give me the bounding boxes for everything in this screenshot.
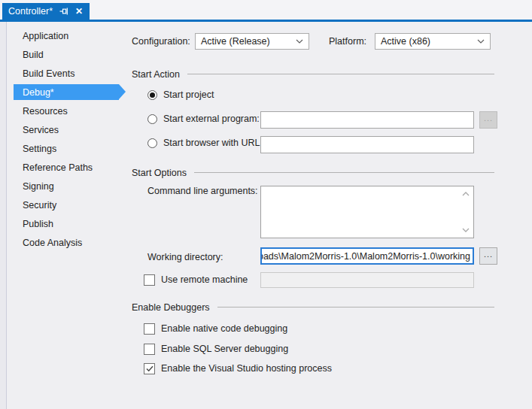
working-directory-label: Working directory: xyxy=(147,249,223,265)
chevron-down-icon xyxy=(296,39,303,44)
sidebar-item-resources[interactable]: Resources xyxy=(14,101,119,120)
remote-machine-input[interactable] xyxy=(260,272,474,288)
sidebar-item-debug[interactable]: Debug* xyxy=(14,84,119,100)
external-program-browse-button[interactable]: ... xyxy=(479,111,497,129)
scroll-up-icon[interactable] xyxy=(461,191,470,197)
browser-url-input[interactable] xyxy=(260,136,474,153)
enable-hosting-process-check-row[interactable]: Enable the Visual Studio hosting process xyxy=(144,362,332,374)
sidebar-item-code-analysis[interactable]: Code Analysis xyxy=(14,233,119,252)
tab-controller[interactable]: Controller* ✕ xyxy=(2,3,90,20)
configuration-dropdown[interactable]: Active (Release) xyxy=(195,33,309,50)
configuration-label: Configuration: xyxy=(132,33,190,50)
sidebar-item-application[interactable]: Application xyxy=(14,26,119,45)
tab-title: Controller* xyxy=(8,6,53,17)
use-remote-machine-check-row[interactable]: Use remote machine xyxy=(144,274,248,286)
scroll-down-icon[interactable] xyxy=(461,227,470,233)
enable-debuggers-section-header: Enable Debuggers xyxy=(132,301,494,313)
enable-hosting-process-label: Enable the Visual Studio hosting process xyxy=(161,363,332,374)
radio-button-icon[interactable] xyxy=(147,138,157,148)
designer-sidebar: Application Build Build Events Debug* Re… xyxy=(14,26,119,252)
start-options-section-header: Start Options xyxy=(132,167,494,178)
start-action-section-header: Start Action xyxy=(132,68,494,80)
section-divider xyxy=(194,172,494,173)
configuration-value: Active (Release) xyxy=(201,36,270,47)
platform-dropdown[interactable]: Active (x86) xyxy=(375,33,491,50)
sidebar-item-reference-paths[interactable]: Reference Paths xyxy=(14,158,119,177)
start-project-radio-row[interactable]: Start project xyxy=(147,89,214,101)
sidebar-item-build[interactable]: Build xyxy=(14,45,119,64)
start-external-program-label: Start external program: xyxy=(163,114,260,124)
close-icon[interactable]: ✕ xyxy=(75,7,83,16)
checkbox-icon[interactable] xyxy=(144,274,155,286)
working-directory-browse-button[interactable]: ... xyxy=(479,247,497,265)
checkbox-icon[interactable] xyxy=(144,323,155,335)
left-edge-strip xyxy=(0,22,7,409)
platform-label: Platform: xyxy=(329,33,366,50)
radio-button-icon[interactable] xyxy=(147,114,157,124)
sidebar-item-build-events[interactable]: Build Events xyxy=(14,64,119,83)
command-line-arguments-textarea[interactable] xyxy=(260,186,474,238)
enable-sql-debugging-check-row[interactable]: Enable SQL Server debugging xyxy=(144,343,288,355)
sidebar-item-signing[interactable]: Signing xyxy=(14,177,119,195)
start-action-title: Start Action xyxy=(132,69,180,80)
pin-icon[interactable] xyxy=(59,7,68,16)
sidebar-item-settings[interactable]: Settings xyxy=(14,139,119,158)
section-divider xyxy=(187,74,494,74)
external-program-input[interactable] xyxy=(260,111,474,129)
section-divider xyxy=(217,307,494,308)
document-tab-bar: Controller* ✕ xyxy=(0,0,532,20)
enable-native-debugging-label: Enable native code debugging xyxy=(161,323,287,334)
use-remote-machine-label: Use remote machine xyxy=(161,274,248,285)
checkmark-icon[interactable] xyxy=(144,363,155,374)
chevron-down-icon xyxy=(477,39,485,44)
start-external-program-radio-row[interactable]: Start external program: xyxy=(147,113,260,125)
radio-button-icon[interactable] xyxy=(147,90,157,100)
working-directory-input[interactable]: oads\Malom2Morris-1.0\Malom2Morris-1.0\w… xyxy=(260,247,474,265)
start-project-label: Start project xyxy=(163,89,214,100)
sidebar-item-security[interactable]: Security xyxy=(14,195,119,214)
checkbox-icon[interactable] xyxy=(144,344,155,355)
sidebar-item-services[interactable]: Services xyxy=(14,120,119,139)
active-tab-underline xyxy=(0,20,532,22)
start-browser-url-radio-row[interactable]: Start browser with URL: xyxy=(147,137,263,149)
start-options-title: Start Options xyxy=(132,168,187,178)
sidebar-item-publish[interactable]: Publish xyxy=(14,214,119,233)
start-browser-url-label: Start browser with URL: xyxy=(163,138,263,148)
enable-sql-debugging-label: Enable SQL Server debugging xyxy=(161,344,288,354)
command-line-arguments-label: Command line arguments: xyxy=(147,183,258,199)
project-designer-window: Controller* ✕ Application Build Build Ev… xyxy=(0,0,532,409)
enable-debuggers-title: Enable Debuggers xyxy=(132,302,210,313)
working-directory-value: oads\Malom2Morris-1.0\Malom2Morris-1.0\w… xyxy=(260,251,470,262)
platform-value: Active (x86) xyxy=(381,36,430,47)
enable-native-debugging-check-row[interactable]: Enable native code debugging xyxy=(144,323,287,335)
